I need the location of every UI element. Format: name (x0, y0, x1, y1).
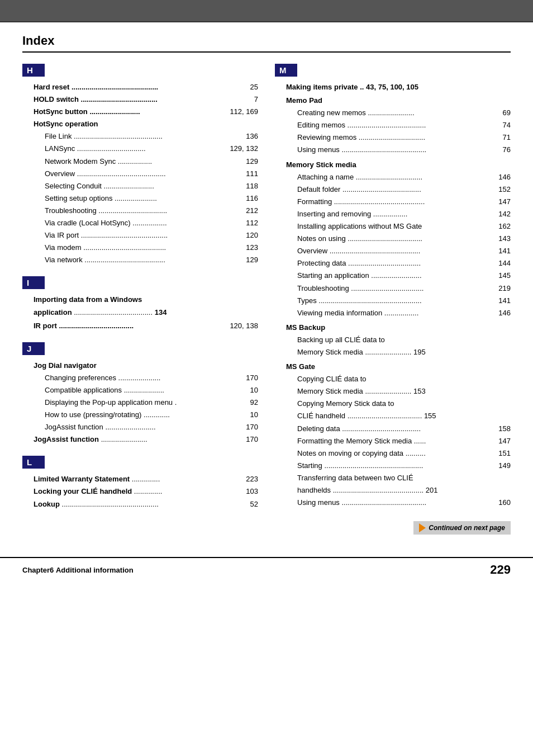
list-item: Formatting .............................… (286, 196, 511, 208)
section-header-M: M (275, 64, 297, 77)
list-item: Backing up all CLIÉ data toMemory Stick … (286, 334, 511, 358)
list-item: Installing applications without MS Gate … (286, 220, 511, 233)
list-item: Notes on moving or copying data ........… (286, 447, 511, 460)
list-item: Inserting and removing .................… (286, 208, 511, 220)
list-item: Via network ............................… (34, 254, 258, 266)
list-item: Making items private .. 43, 75, 100, 105 (286, 81, 511, 93)
continued-box: Continued on next page (413, 521, 511, 535)
section-header-H: H (22, 64, 45, 77)
continued-text: Continued on next page (429, 524, 505, 532)
list-item: Displaying the Pop-up application menu .… (34, 396, 258, 409)
list-item: Copying Memory Stick data toCLIÉ handhel… (286, 398, 511, 422)
list-item: MS Gate (286, 361, 511, 373)
list-item: Lookup .................................… (34, 498, 258, 511)
list-item: Default folder .........................… (286, 183, 511, 196)
list-item: Via IR port ............................… (34, 229, 258, 242)
section-I: I Importing data from a Windowsapplicati… (22, 276, 258, 332)
chapter-bold: Chapter6 (22, 566, 54, 574)
list-item: Copying CLIÉ data toMemory Stick media .… (286, 373, 511, 398)
list-item: Importing data from a Windowsapplication… (34, 294, 258, 318)
list-item: JogAssist function .....................… (34, 433, 258, 446)
list-item: Starting ...............................… (286, 460, 511, 472)
list-item: Attaching a name .......................… (286, 171, 511, 183)
section-header-J: J (22, 342, 45, 355)
list-item: Memory Stick media (286, 159, 511, 171)
list-item: How to use (pressing/rotating) .........… (34, 409, 258, 421)
list-item: Using menus ............................… (286, 497, 511, 509)
list-item: Via cradle (Local HotSync) .............… (34, 217, 258, 229)
list-item: Formatting the Memory Stick media ......… (286, 435, 511, 447)
bottom-bar: Chapter6 Additional information 229 (0, 557, 533, 582)
list-item: Reviewing memos ........................… (286, 131, 511, 144)
list-item: Via modem ..............................… (34, 242, 258, 254)
section-L: L Limited Warranty Statement ...........… (22, 456, 258, 510)
section-header-L: L (22, 456, 45, 469)
section-I-entries: Importing data from a Windowsapplication… (22, 294, 258, 332)
page-number: 229 (490, 563, 511, 577)
list-item: IR port ................................… (34, 320, 258, 332)
list-item: Compatible applications ................… (34, 384, 258, 396)
list-item: HOLD switch ............................… (34, 93, 258, 106)
list-item: Protecting data ........................… (286, 257, 511, 270)
section-M-entries: Making items private .. 43, 75, 100, 105… (275, 81, 511, 509)
list-item: Network Modem Sync ................. 129 (34, 155, 258, 168)
list-item: Jog Dial navigator (34, 360, 258, 372)
list-item: Deleting data ..........................… (286, 423, 511, 435)
section-H: H Hard reset ...........................… (22, 64, 258, 266)
left-column: H Hard reset ...........................… (22, 64, 258, 535)
section-header-I: I (22, 276, 45, 289)
list-item: LANSync ................................… (34, 143, 258, 155)
list-item: HotSync button .........................… (34, 106, 258, 118)
list-item: Memo Pad (286, 94, 511, 107)
list-item: Locking your CLIÉ handheld .............… (34, 485, 258, 498)
list-item: Overview ...............................… (34, 168, 258, 180)
list-item: Using menus ............................… (286, 144, 511, 156)
list-item: Selecting Conduit ......................… (34, 180, 258, 192)
continued-arrow-icon (419, 523, 426, 532)
list-item: Notes on using .........................… (286, 233, 511, 245)
section-H-entries: Hard reset .............................… (22, 81, 258, 266)
list-item: Limited Warranty Statement .............… (34, 473, 258, 485)
section-M: M Making items private .. 43, 75, 100, 1… (275, 64, 511, 509)
list-item: Overview ...............................… (286, 245, 511, 257)
list-item: Editing memos ..........................… (286, 119, 511, 131)
top-bar (0, 0, 533, 22)
list-item: Changing preferences ...................… (34, 372, 258, 384)
section-L-entries: Limited Warranty Statement .............… (22, 473, 258, 510)
list-item: Starting an application ................… (286, 270, 511, 282)
list-item: Troubleshooting ........................… (34, 205, 258, 217)
chapter-desc: Additional information (56, 566, 134, 574)
right-column: M Making items private .. 43, 75, 100, 1… (275, 64, 511, 535)
list-item: Hard reset .............................… (34, 81, 258, 93)
list-item: File Link ..............................… (34, 130, 258, 143)
list-item: Setting setup options ..................… (34, 192, 258, 205)
section-J-entries: Jog Dial navigator Changing preferences … (22, 360, 258, 446)
list-item: Types ..................................… (286, 295, 511, 307)
list-item: Transferring data between two CLIÉhandhe… (286, 472, 511, 497)
list-item: MS Backup (286, 322, 511, 334)
chapter-label: Chapter6 Additional information (22, 566, 134, 574)
list-item: JogAssist function .....................… (34, 421, 258, 433)
page-container: Index H Hard reset .....................… (0, 22, 533, 551)
list-item: Viewing media information ..............… (286, 307, 511, 319)
list-item: Creating new memos .....................… (286, 107, 511, 119)
list-item: Troubleshooting ........................… (286, 282, 511, 295)
list-item: HotSync operation (34, 118, 258, 130)
page-title: Index (22, 34, 511, 53)
section-J: J Jog Dial navigator Changing preference… (22, 342, 258, 446)
two-column-layout: H Hard reset ...........................… (22, 64, 511, 535)
